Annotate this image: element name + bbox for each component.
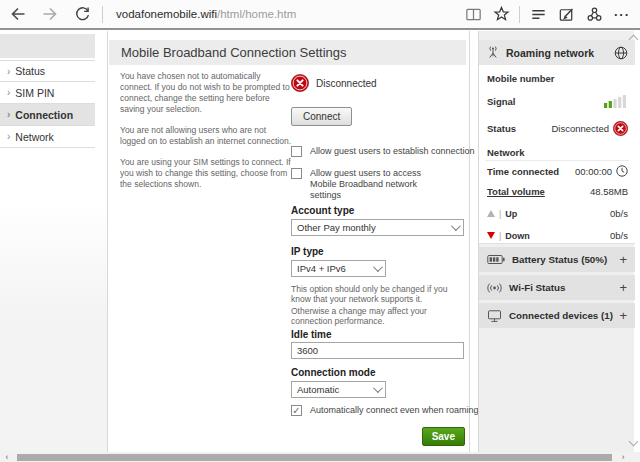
download-label: Down — [505, 231, 530, 241]
divider: | — [499, 231, 501, 241]
roaming-checkbox[interactable] — [291, 405, 302, 416]
address-bar[interactable]: vodafonemobile.wifi/html/home.htm — [107, 1, 459, 27]
forward-button[interactable] — [36, 1, 64, 27]
refresh-icon — [73, 5, 92, 24]
browser-window: vodafonemobile.wifi/html/home.htm ··· — [0, 0, 640, 462]
sidebar-item-label: Status — [15, 65, 45, 77]
star-icon — [492, 5, 511, 24]
connection-settings-panel: Mobile Broadband Connection Settings You… — [107, 31, 470, 452]
total-volume-row: Total volume 48.58MB — [487, 186, 628, 197]
horizontal-scrollbar[interactable]: ‹ › — [0, 452, 640, 462]
connection-mode-label: Connection mode — [291, 367, 375, 378]
sidebar-item-connection[interactable]: › Connection — [0, 104, 95, 126]
connected-devices-section[interactable]: Connected devices (1) + — [479, 303, 635, 328]
scroll-left-arrow[interactable]: ‹ — [0, 452, 14, 462]
signal-label: Signal — [487, 96, 516, 107]
sidebar-item-label: SIM PIN — [15, 87, 54, 99]
chevron-right-icon: › — [7, 131, 10, 142]
guest-connection-checkbox-row[interactable]: Allow guest users to establish connectio… — [291, 146, 475, 157]
guest-access-checkbox[interactable] — [291, 168, 302, 179]
globe-icon[interactable] — [614, 46, 628, 60]
refresh-button[interactable] — [68, 1, 96, 27]
download-value: 0b/s — [610, 230, 628, 241]
wifi-icon — [487, 281, 502, 295]
roaming-network-header: Roaming network — [479, 40, 635, 65]
favorites-button[interactable] — [487, 1, 515, 27]
checkbox-label: Allow guest users to access Mobile Broad… — [310, 168, 428, 201]
chevron-right-icon: › — [7, 87, 10, 98]
toolbar-right-group: ··· — [459, 1, 636, 27]
disconnected-icon — [613, 121, 628, 136]
guest-access-checkbox-row[interactable]: Allow guest users to access Mobile Broad… — [291, 168, 428, 201]
forward-arrow-icon — [40, 4, 60, 24]
hub-button[interactable] — [524, 1, 552, 27]
paragraph: You are not allowing users who are not l… — [120, 125, 292, 147]
back-arrow-icon — [8, 4, 28, 24]
status-label: Status — [487, 123, 516, 134]
share-icon — [585, 5, 604, 24]
chevron-down-icon — [451, 221, 461, 231]
sidebar-item-status[interactable]: › Status — [0, 60, 95, 82]
roaming-checkbox-row[interactable]: Automatically connect even when roaming — [291, 405, 479, 416]
expand-plus-icon[interactable]: + — [619, 308, 627, 323]
back-button[interactable] — [4, 1, 32, 27]
web-note-button[interactable] — [552, 1, 580, 27]
status-value: Disconnected — [551, 123, 609, 134]
total-volume-link[interactable]: Total volume — [487, 186, 545, 197]
sidebar-item-sim-pin[interactable]: › SIM PIN — [0, 82, 95, 104]
upload-rate-row: | Up 0b/s — [487, 208, 628, 219]
sidebar-header-block — [0, 34, 95, 58]
mobile-number-label: Mobile number — [487, 73, 555, 84]
web-note-pen-icon — [557, 5, 576, 24]
total-volume-value: 48.58MB — [590, 186, 628, 197]
sidebar-item-network[interactable]: › Network — [0, 126, 95, 148]
chevron-down-icon — [373, 262, 383, 272]
clock-icon — [616, 165, 628, 177]
connection-mode-select[interactable]: Automatic — [291, 381, 386, 398]
upload-arrow-icon — [487, 210, 495, 217]
section-label: Wi-Fi Status — [509, 282, 619, 293]
share-button[interactable] — [580, 1, 608, 27]
monitor-icon — [487, 309, 502, 323]
url-path: /html/home.htm — [217, 8, 296, 20]
chevron-down-icon — [373, 383, 383, 393]
connection-status-row: Disconnected — [291, 74, 377, 92]
reading-view-book-icon — [464, 5, 483, 24]
save-button[interactable]: Save — [422, 427, 465, 446]
time-connected-label: Time connected — [487, 166, 559, 177]
sidebar-item-label: Connection — [15, 109, 73, 121]
connection-status-text: Disconnected — [316, 78, 377, 89]
battery-status-section[interactable]: Battery Status (50%) + — [479, 247, 635, 272]
network-row: Network — [487, 147, 628, 158]
signal-bars-icon — [604, 94, 628, 108]
more-options-button[interactable]: ··· — [608, 1, 636, 27]
upload-value: 0b/s — [610, 208, 628, 219]
wifi-status-section[interactable]: Wi-Fi Status + — [479, 275, 635, 300]
horizontal-scrollbar-thumb[interactable] — [17, 454, 612, 461]
ip-type-select[interactable]: IPv4 + IPv6 — [291, 260, 386, 277]
reading-view-button[interactable] — [459, 1, 487, 27]
browser-toolbar: vodafonemobile.wifi/html/home.htm ··· — [0, 0, 640, 30]
account-type-select[interactable]: Other Pay monthly — [291, 219, 464, 236]
select-value: Other Pay monthly — [297, 222, 376, 233]
settings-description: You have chosen not to automatically con… — [120, 71, 292, 200]
ip-type-label: IP type — [291, 246, 324, 257]
section-label: Connected devices (1) — [509, 310, 619, 321]
url-host: vodafonemobile.wifi — [116, 8, 217, 20]
expand-plus-icon[interactable]: + — [619, 252, 627, 267]
battery-icon — [487, 254, 505, 265]
connect-button[interactable]: Connect — [291, 107, 352, 126]
scroll-right-arrow[interactable]: › — [616, 452, 630, 462]
select-value: Automatic — [297, 384, 339, 395]
paragraph: You are using your SIM settings to conne… — [120, 157, 292, 190]
antenna-icon — [486, 45, 500, 60]
idle-time-input[interactable] — [291, 342, 464, 359]
mobile-number-row: Mobile number — [487, 73, 628, 84]
ip-type-note: Otherwise a change may affect your conne… — [291, 306, 468, 326]
section-label: Battery Status (50%) — [512, 254, 619, 265]
expand-plus-icon[interactable]: + — [619, 280, 627, 295]
guest-connection-checkbox[interactable] — [291, 146, 302, 157]
select-value: IPv4 + IPv6 — [297, 263, 346, 274]
paragraph: You have chosen not to automatically con… — [120, 71, 292, 115]
ip-type-note: This option should only be changed if yo… — [291, 284, 468, 304]
